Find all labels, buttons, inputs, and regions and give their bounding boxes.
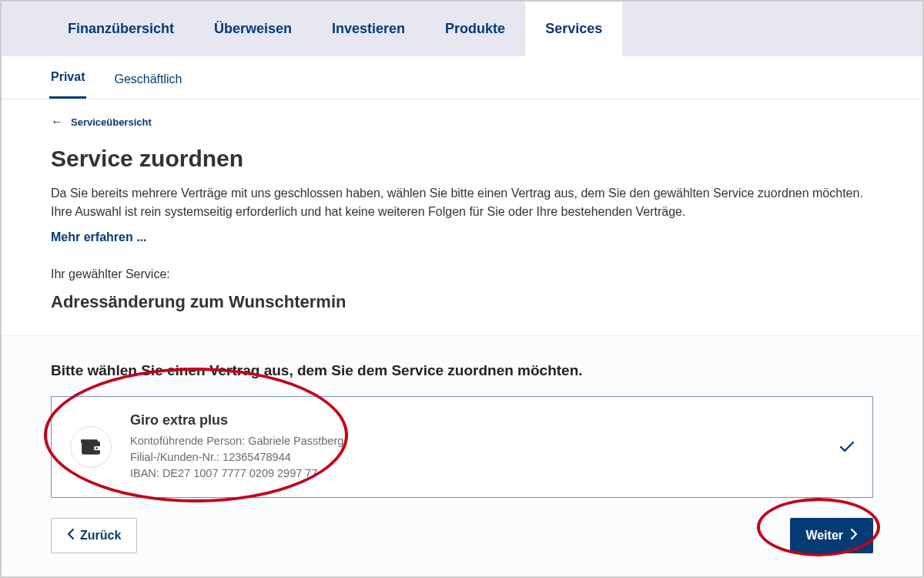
back-button-label: Zurück [80, 529, 121, 543]
checkmark-icon [840, 439, 854, 456]
content-area: ← Serviceübersicht Service zuordnen Da S… [2, 99, 922, 335]
selection-heading: Bitte wählen Sie einen Vertrag aus, dem … [51, 362, 873, 379]
back-link-label: Serviceübersicht [71, 116, 152, 128]
wallet-icon [70, 426, 112, 468]
tab-privat[interactable]: Privat [49, 70, 86, 99]
arrow-left-icon: ← [51, 115, 63, 129]
intro-text: Da Sie bereits mehrere Verträge mit uns … [51, 184, 867, 221]
nav-item-services[interactable]: Services [525, 2, 622, 56]
nav-item-finanzuebersicht[interactable]: Finanzübersicht [48, 2, 194, 56]
svg-rect-1 [81, 439, 98, 442]
page-title: Service zuordnen [51, 146, 873, 172]
contract-info: Giro extra plus Kontoführende Person: Ga… [130, 412, 343, 482]
contract-name: Giro extra plus [130, 412, 343, 428]
contract-customer-number: Filial-/Kunden-Nr.: 12365478944 [130, 449, 343, 465]
back-link-service-overview[interactable]: ← Serviceübersicht [51, 115, 152, 129]
next-button-label: Weiter [805, 529, 843, 543]
nav-item-ueberweisen[interactable]: Überweisen [194, 2, 312, 56]
chevron-left-icon [67, 529, 74, 543]
tab-geschaeftlich[interactable]: Geschäftlich [112, 72, 183, 99]
chevron-right-icon [851, 529, 858, 543]
svg-point-3 [95, 447, 98, 449]
nav-item-produkte[interactable]: Produkte [425, 2, 525, 56]
selection-section: Bitte wählen Sie einen Vertrag aus, dem … [2, 335, 922, 576]
contract-iban: IBAN: DE27 1007 7777 0209 2997 77 [130, 465, 343, 482]
more-link[interactable]: Mehr erfahren ... [51, 230, 146, 244]
contract-card[interactable]: Giro extra plus Kontoführende Person: Ga… [51, 396, 873, 498]
sub-nav: Privat Geschäftlich [2, 56, 922, 99]
next-button[interactable]: Weiter [790, 518, 873, 553]
button-row: Zurück Weiter [51, 518, 873, 553]
back-button[interactable]: Zurück [51, 518, 137, 553]
top-nav: Finanzübersicht Überweisen Investieren P… [2, 2, 922, 56]
nav-item-investieren[interactable]: Investieren [312, 2, 425, 56]
selected-service-name: Adressänderung zum Wunschtermin [51, 292, 873, 312]
contract-holder: Kontoführende Person: Gabriele Passtberg [130, 433, 343, 449]
selected-service-label: Ihr gewählter Service: [51, 267, 873, 281]
